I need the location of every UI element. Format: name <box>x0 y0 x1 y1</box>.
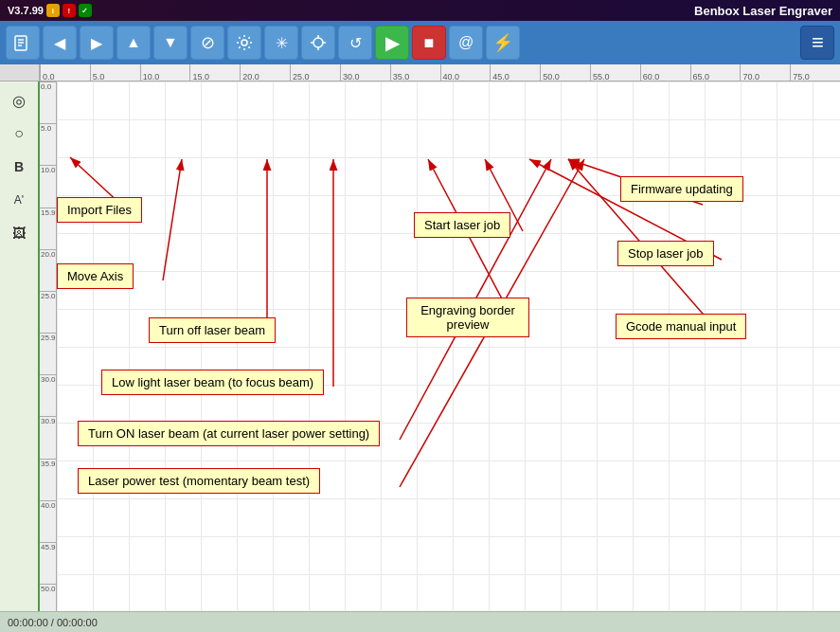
stop-laser-job-tooltip: Stop laser job <box>617 241 714 266</box>
h-ruler-mark: 65.0 <box>690 64 710 81</box>
v-ruler-mark: 10.0 <box>40 165 56 174</box>
grid-v-line <box>165 81 166 611</box>
v-ruler-mark: 20.0 <box>40 249 56 259</box>
grid-v-line <box>705 81 706 611</box>
grid-h-line <box>57 119 840 120</box>
main-area: ◎ ○ B A' 🖼 0.05.010.015.920.025.025.930.… <box>0 81 840 611</box>
h-ruler-mark: 15.0 <box>189 64 209 81</box>
canvas-area: 0.05.010.015.920.025.025.930.030.935.940… <box>40 81 840 611</box>
grid-h-line <box>57 498 840 499</box>
grid-h-line <box>57 460 840 461</box>
version-badge: V3.7.99 i ! ✓ <box>8 4 92 17</box>
grid-v-line <box>489 81 490 611</box>
h-ruler-mark: 60.0 <box>640 64 660 81</box>
app-title: Benbox Laser Engraver <box>694 4 832 18</box>
engraving-border-tooltip: Engraving borderpreview <box>406 298 529 337</box>
start-btn[interactable]: ▶ <box>375 26 409 60</box>
v-ruler-mark: 40.0 <box>40 500 56 510</box>
laser-power-test-tooltip: Laser power test (momentary beam test) <box>78 468 320 494</box>
stop-btn[interactable]: ■ <box>412 26 446 60</box>
h-ruler: 0.05.010.015.020.025.030.035.040.045.050… <box>40 64 840 81</box>
grid-v-line <box>813 81 813 611</box>
canvas-content[interactable] <box>57 81 840 611</box>
lightning-btn[interactable]: ⚡ <box>486 26 520 60</box>
low-light-laser-tooltip: Low light laser beam (to focus beam) <box>101 370 324 395</box>
asterisk-btn[interactable]: ✳ <box>264 26 298 60</box>
grid-h-line <box>57 271 840 272</box>
v-ruler-mark: 35.9 <box>40 459 56 468</box>
version-text: V3.7.99 <box>8 5 44 16</box>
grid-v-line <box>381 81 382 611</box>
grid-v-line <box>201 81 202 611</box>
h-ruler-mark: 75.0 <box>790 64 810 81</box>
gear-btn[interactable] <box>227 26 261 60</box>
grid-v-line <box>561 81 562 611</box>
badge-red: ! <box>63 4 76 17</box>
grid-h-line <box>57 574 840 575</box>
import-files-btn[interactable] <box>6 26 40 60</box>
v-ruler-mark: 0.0 <box>40 81 56 91</box>
import-files-tooltip: Import Files <box>57 197 142 223</box>
status-bar: 00:00:00 / 00:00:00 <box>0 611 840 632</box>
h-ruler-mark: 0.0 <box>40 64 55 81</box>
h-ruler-mark: 70.0 <box>740 64 760 81</box>
badge-orange: i <box>46 4 60 17</box>
v-ruler-mark: 50.0 <box>40 584 56 593</box>
v-ruler: 0.05.010.015.920.025.025.930.030.935.940… <box>40 81 57 611</box>
grid-h-line <box>57 157 840 158</box>
svg-point-4 <box>241 40 247 45</box>
refresh-btn[interactable]: ↺ <box>338 26 372 60</box>
grid-v-line <box>129 81 130 611</box>
turn-off-laser-tooltip: Turn off laser beam <box>149 317 276 343</box>
arrow-down-btn[interactable]: ▼ <box>153 26 188 60</box>
h-ruler-mark: 40.0 <box>440 64 460 81</box>
h-ruler-mark: 55.0 <box>590 64 610 81</box>
grid-v-line <box>741 81 742 611</box>
left-sidebar: ◎ ○ B A' 🖼 <box>0 81 40 611</box>
sidebar-btn-bold[interactable]: B <box>5 153 33 181</box>
v-ruler-mark: 30.9 <box>40 416 56 425</box>
crosshair-btn[interactable] <box>301 26 335 60</box>
h-ruler-mark: 35.0 <box>390 64 410 81</box>
v-ruler-mark: 15.9 <box>40 208 56 217</box>
sidebar-btn-text[interactable]: A' <box>5 186 33 214</box>
badge-green: ✓ <box>79 4 92 17</box>
grid-v-line <box>57 81 58 611</box>
svg-point-5 <box>313 38 323 47</box>
grid-v-line <box>669 81 670 611</box>
h-ruler-mark: 50.0 <box>540 64 560 81</box>
grid-v-line <box>309 81 310 611</box>
menu-btn[interactable]: ≡ <box>800 26 834 60</box>
move-axis-tooltip: Move Axis <box>57 263 134 289</box>
arrow-up-btn[interactable]: ▲ <box>116 26 151 60</box>
grid-v-line <box>237 81 238 611</box>
arrow-left-btn[interactable]: ◀ <box>43 26 77 60</box>
grid-v-line <box>93 81 94 611</box>
arrow-right-btn[interactable]: ▶ <box>80 26 114 60</box>
start-laser-job-tooltip: Start laser job <box>414 212 510 238</box>
v-ruler-mark: 25.0 <box>40 291 56 300</box>
gcode-manual-input-tooltip: Gcode manual input <box>616 314 746 339</box>
grid-v-line <box>777 81 777 611</box>
v-ruler-mark: 25.9 <box>40 333 56 342</box>
firmware-updating-tooltip: Firmware updating <box>620 176 743 202</box>
grid-h-line <box>57 347 840 348</box>
corner-box <box>0 64 40 81</box>
sidebar-btn-image[interactable]: 🖼 <box>5 219 33 247</box>
grid-h-line <box>57 536 840 537</box>
v-ruler-mark: 30.0 <box>40 374 56 384</box>
v-ruler-mark: 45.9 <box>40 542 56 551</box>
grid-v-line <box>633 81 634 611</box>
sidebar-btn-circle-empty[interactable]: ○ <box>5 119 33 148</box>
turn-on-laser-tooltip: Turn ON laser beam (at current laser pow… <box>78 421 380 446</box>
at-btn[interactable]: @ <box>449 26 483 60</box>
grid-v-line <box>453 81 454 611</box>
h-ruler-mark: 5.0 <box>90 64 105 81</box>
status-time: 00:00:00 / 00:00:00 <box>8 617 98 628</box>
h-ruler-mark: 25.0 <box>290 64 310 81</box>
v-ruler-mark: 5.0 <box>40 123 56 133</box>
ban-btn[interactable]: ⊘ <box>190 26 224 60</box>
grid-v-line <box>597 81 598 611</box>
grid-v-line <box>273 81 274 611</box>
sidebar-btn-circle-filled[interactable]: ◎ <box>5 86 33 115</box>
